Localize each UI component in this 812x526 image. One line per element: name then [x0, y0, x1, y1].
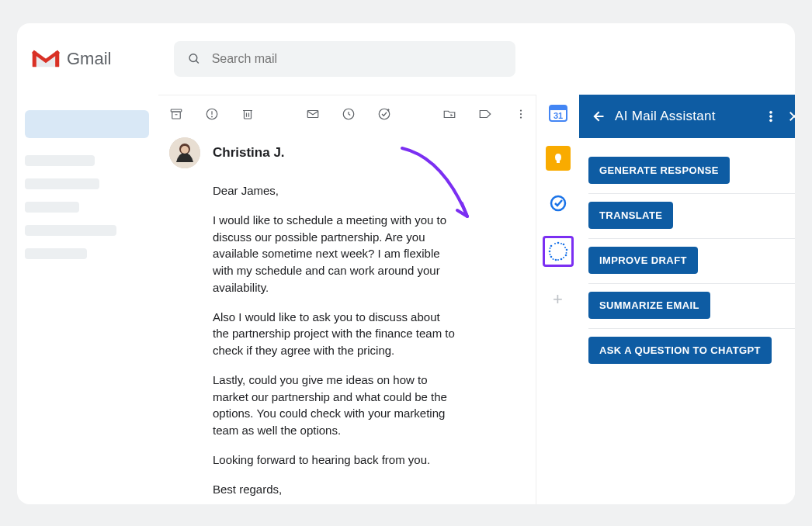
search-bar[interactable]: [174, 41, 515, 77]
sidebar-item[interactable]: [25, 155, 95, 166]
svg-point-9: [212, 116, 213, 117]
sidebar-item[interactable]: [25, 225, 116, 236]
svg-point-20: [520, 112, 522, 114]
ai-assistant-panel: AI Mail Assistant GENERATE RESPONSE TRAN…: [579, 95, 795, 504]
svg-point-39: [560, 243, 562, 244]
search-input[interactable]: [212, 52, 501, 66]
svg-point-46: [549, 247, 550, 249]
email-toolbar: [158, 95, 528, 133]
sender-name: Christina J.: [213, 145, 285, 161]
sidebar-item[interactable]: [25, 202, 79, 213]
svg-point-41: [565, 252, 567, 254]
svg-point-38: [554, 243, 556, 244]
ai-panel-header: AI Mail Assistant: [579, 95, 795, 138]
menu-icon[interactable]: [764, 109, 778, 123]
email-closing: Best regards,: [213, 481, 456, 498]
svg-line-3: [196, 61, 198, 63]
generate-response-button[interactable]: GENERATE RESPONSE: [588, 157, 730, 184]
svg-point-35: [550, 256, 552, 258]
sender-row: Christina J.: [169, 137, 517, 168]
main-layout: Christina J. Dear James, I would like to…: [17, 95, 795, 504]
mark-unread-icon[interactable]: [306, 107, 320, 121]
get-addons-icon[interactable]: +: [546, 287, 571, 312]
svg-point-24: [181, 146, 189, 154]
svg-point-36: [548, 251, 550, 253]
tasks-addon-icon[interactable]: [546, 191, 571, 216]
email-paragraph: I would like to schedule a meeting with …: [213, 212, 456, 296]
gmail-m-icon: [31, 48, 61, 70]
svg-rect-10: [245, 110, 252, 119]
move-icon[interactable]: [442, 107, 456, 121]
back-arrow-icon[interactable]: [590, 109, 606, 124]
email-thread: Christina J. Dear James, I would like to…: [158, 95, 536, 504]
svg-point-48: [770, 111, 772, 113]
sidebar: [17, 95, 158, 504]
svg-point-33: [560, 258, 562, 261]
translate-button[interactable]: TRANSLATE: [588, 202, 673, 229]
svg-point-44: [552, 258, 553, 260]
gmail-window: Gmail: [17, 23, 795, 504]
svg-point-2: [189, 54, 197, 62]
svg-point-30: [562, 244, 564, 246]
more-icon[interactable]: [514, 107, 528, 121]
close-icon[interactable]: [787, 109, 795, 123]
add-task-icon[interactable]: [377, 107, 391, 121]
ai-panel-body: GENERATE RESPONSE TRANSLATE IMPROVE DRAF…: [579, 138, 795, 384]
svg-point-34: [554, 259, 557, 261]
svg-point-32: [564, 254, 567, 257]
svg-point-43: [557, 259, 559, 261]
keep-addon-icon[interactable]: [546, 146, 571, 171]
sidebar-item[interactable]: [25, 248, 87, 259]
email-body: Dear James, I would like to schedule a m…: [169, 182, 472, 504]
svg-point-45: [549, 254, 550, 255]
label-icon[interactable]: [478, 107, 492, 121]
delete-icon[interactable]: [241, 107, 255, 121]
email-greeting: Dear James,: [213, 182, 456, 199]
gmail-text: Gmail: [67, 49, 111, 69]
svg-point-29: [557, 242, 559, 244]
search-icon: [188, 52, 201, 66]
email-paragraph: Lastly, could you give me ideas on how t…: [213, 372, 456, 439]
svg-point-19: [520, 109, 522, 111]
svg-text:31: 31: [553, 111, 562, 120]
gmail-logo[interactable]: Gmail: [31, 48, 163, 70]
avatar-icon: [169, 137, 200, 168]
svg-point-50: [770, 119, 772, 122]
compose-button[interactable]: [25, 110, 149, 138]
spam-icon[interactable]: [205, 107, 219, 121]
svg-point-21: [520, 116, 522, 118]
improve-draft-button[interactable]: IMPROVE DRAFT: [588, 247, 698, 274]
sidebar-item[interactable]: [25, 178, 99, 189]
ask-chatgpt-button[interactable]: ASK A QUESTION TO CHATGPT: [588, 337, 772, 364]
svg-rect-26: [550, 106, 567, 110]
svg-point-37: [550, 245, 552, 247]
summarize-email-button[interactable]: SUMMARIZE EMAIL: [588, 292, 710, 319]
svg-point-31: [565, 249, 567, 251]
snooze-icon[interactable]: [342, 107, 356, 121]
calendar-addon-icon[interactable]: 31: [546, 101, 571, 126]
svg-point-42: [563, 257, 564, 258]
email-message: Christina J. Dear James, I would like to…: [158, 133, 528, 504]
svg-point-40: [564, 247, 566, 248]
email-closing: Looking forward to hearing back from you…: [213, 452, 456, 469]
svg-rect-5: [172, 112, 181, 119]
ai-panel-title: AI Mail Assistant: [615, 109, 755, 124]
content-area: Christina J. Dear James, I would like to…: [158, 95, 795, 504]
email-paragraph: Also I would like to ask you to discuss …: [213, 309, 456, 359]
header: Gmail: [17, 23, 795, 95]
svg-point-49: [770, 116, 772, 118]
svg-rect-14: [307, 110, 318, 117]
archive-icon[interactable]: [169, 107, 183, 121]
avatar[interactable]: [169, 137, 200, 168]
side-addons: 31: [536, 95, 579, 504]
ai-assistant-addon-icon[interactable]: [543, 236, 574, 267]
